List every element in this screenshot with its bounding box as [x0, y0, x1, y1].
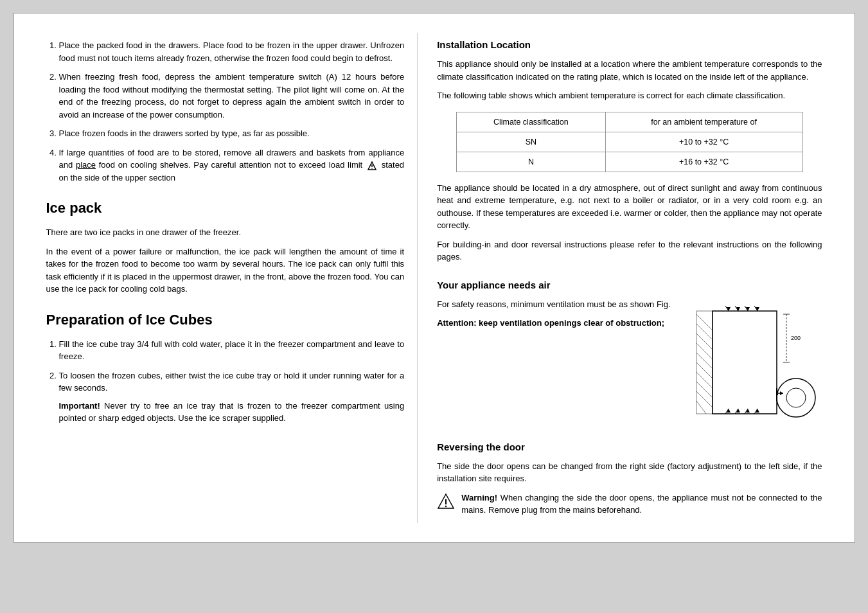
list-item-text: When freezing fresh food, depress the am…: [59, 72, 405, 120]
warning-detail: When changing the side the door opens, t…: [461, 493, 822, 515]
ice-pack-para1: There are two ice packs in one drawer of…: [46, 226, 405, 239]
table-header-col1: Climate classification: [457, 112, 606, 132]
instructions-list-2: Fill the ice cube tray 3/4 full with col…: [46, 338, 405, 425]
svg-line-10: [696, 362, 713, 378]
svg-point-32: [786, 388, 806, 407]
reversing-door-section: Reversing the door The side the door ope…: [437, 441, 822, 517]
warning-section: Warning! When changing the side the door…: [437, 492, 822, 517]
svg-line-13: [696, 391, 713, 407]
right-column: Installation Location This appliance sho…: [418, 33, 841, 523]
ice-pack-para2: In the event of a power failure or malfu…: [46, 245, 405, 296]
svg-line-5: [696, 314, 713, 330]
list-item-text: Fill the ice cube tray 3/4 full with col…: [59, 339, 405, 362]
svg-line-8: [696, 343, 713, 359]
page-container: Place the packed food in the drawers. Pl…: [13, 13, 855, 543]
list-item: Fill the ice cube tray 3/4 full with col…: [59, 338, 405, 363]
installation-para1: This appliance should only be installed …: [437, 58, 822, 83]
reversing-door-para1: The side the door opens can be changed f…: [437, 460, 822, 485]
warning-label: Warning!: [461, 493, 497, 502]
table-cell-temperature: +10 to +32 °C: [605, 132, 802, 152]
list-item: If large quantities of food are to be st…: [59, 147, 405, 184]
svg-point-43: [445, 505, 447, 506]
list-item: Place the packed food in the drawers. Pl…: [59, 39, 405, 64]
svg-line-6: [696, 324, 713, 340]
table-cell-classification: SN: [457, 132, 606, 152]
appliance-air-title: Your appliance needs air: [437, 280, 822, 290]
important-label: Important!: [59, 401, 100, 411]
svg-text:200: 200: [791, 335, 801, 341]
table-header-col2: for an ambient temperature of: [605, 112, 802, 132]
load-limit-icon: [367, 161, 377, 171]
ventilation-svg: 200: [693, 298, 822, 427]
svg-line-9: [696, 353, 713, 369]
appliance-needs-air-section: Your appliance needs air For safety reas…: [437, 280, 822, 429]
ventilation-attention: Attention: keep ventilation openings cle…: [437, 317, 684, 330]
warning-text: Warning! When changing the side the door…: [461, 492, 822, 517]
svg-point-31: [777, 378, 815, 417]
ice-cubes-title: Preparation of Ice Cubes: [46, 312, 405, 328]
installation-para4: For building-in and door reversal instru…: [437, 238, 822, 263]
list-item: When freezing fresh food, depress the am…: [59, 71, 405, 121]
svg-point-2: [371, 168, 373, 169]
list-item-text: To loosen the frozen cubes, either twist…: [59, 371, 405, 393]
important-note: Important! Never try to free an ice tray…: [59, 400, 405, 425]
table-row: N +16 to +32 °C: [457, 152, 802, 172]
warning-triangle-icon: [437, 493, 455, 511]
list-item-text: If large quantities of food are to be st…: [59, 148, 405, 182]
ice-pack-title: Ice pack: [46, 200, 405, 217]
reversing-door-title: Reversing the door: [437, 441, 822, 452]
table-cell-temperature: +16 to +32 °C: [605, 152, 802, 172]
important-text: Never try to free an ice tray that is fr…: [59, 401, 405, 423]
svg-line-11: [696, 372, 713, 388]
table-cell-classification: N: [457, 152, 606, 172]
svg-rect-3: [713, 311, 777, 414]
installation-location-title: Installation Location: [437, 39, 822, 50]
instructions-list-1: Place the packed food in the drawers. Pl…: [46, 39, 405, 184]
list-item: To loosen the frozen cubes, either twist…: [59, 369, 405, 425]
list-item-text: Place frozen foods in the drawers sorted…: [59, 129, 310, 138]
climate-table: Climate classification for an ambient te…: [456, 112, 802, 172]
list-item-text: Place the packed food in the drawers. Pl…: [59, 40, 405, 63]
installation-para3: The appliance should be located in a dry…: [437, 182, 822, 232]
ventilation-para1: For safety reasons, minimum ventilation …: [437, 298, 684, 311]
ventilation-text: For safety reasons, minimum ventilation …: [437, 298, 684, 336]
installation-para2: The following table shows which ambient …: [437, 89, 822, 102]
svg-line-14: [696, 401, 706, 414]
table-row: SN +10 to +32 °C: [457, 132, 802, 152]
svg-line-7: [696, 333, 713, 350]
ventilation-section: For safety reasons, minimum ventilation …: [437, 298, 822, 429]
left-column: Place the packed food in the drawers. Pl…: [27, 33, 418, 523]
list-item: Place frozen foods in the drawers sorted…: [59, 127, 405, 140]
svg-line-12: [696, 382, 713, 398]
ventilation-diagram: 200: [693, 298, 822, 429]
